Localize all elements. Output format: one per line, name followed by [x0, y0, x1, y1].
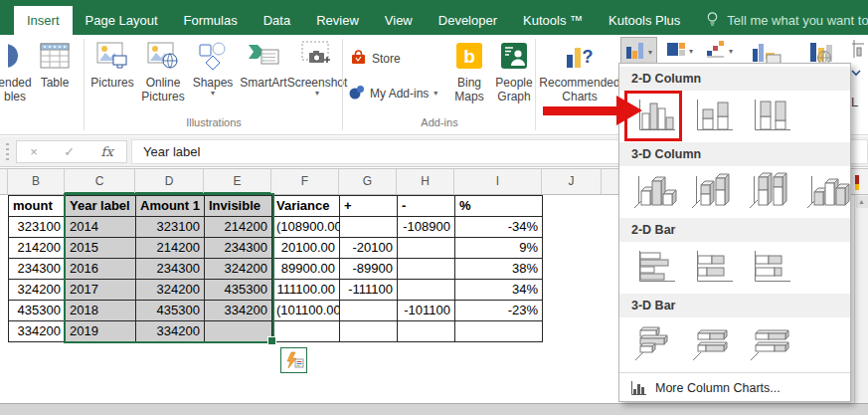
stacked-bar-gallery-item[interactable] [689, 248, 735, 288]
cell[interactable]: 2014 [66, 217, 136, 238]
column-letter-G[interactable]: G [339, 169, 397, 194]
enter-icon[interactable]: ✓ [64, 144, 75, 159]
column-letter-E[interactable]: E [204, 169, 271, 194]
quick-analysis-button[interactable] [280, 347, 307, 373]
cell[interactable]: 324200 [205, 259, 272, 280]
tab-view[interactable]: View [372, 6, 426, 35]
cell[interactable]: 334200 [136, 321, 205, 342]
cell[interactable]: -101100 [398, 301, 455, 321]
smartart-button[interactable]: SmartArt [235, 38, 292, 90]
cell[interactable]: Variance [272, 196, 340, 217]
cell[interactable]: 324200 [136, 280, 205, 301]
cell[interactable]: + [340, 196, 398, 217]
cell[interactable] [455, 321, 543, 342]
3d-clustered-column-gallery-item[interactable] [631, 172, 677, 212]
insert-hierarchy-chart-button[interactable]: ▾ [662, 37, 697, 66]
column-letter-I[interactable]: I [454, 169, 542, 194]
insert-function-icon[interactable]: fx [101, 144, 113, 159]
cell[interactable]: 214200 [9, 238, 66, 259]
online-pictures-button[interactable]: Online Pictures [137, 38, 189, 104]
table-button[interactable]: Table [30, 38, 80, 90]
cell[interactable]: 34% [455, 280, 543, 301]
cell[interactable]: -20100 [340, 238, 398, 259]
cell[interactable]: (101100.00) [272, 301, 340, 321]
cell[interactable]: Invisible [205, 196, 272, 217]
tell-me-box[interactable]: Tell me what you want to do... [705, 6, 868, 35]
tab-kutools[interactable]: Kutools ™ [510, 6, 596, 35]
cell[interactable]: mount [9, 196, 66, 217]
cell[interactable]: 214200 [136, 238, 205, 259]
cell[interactable]: 2016 [66, 259, 136, 280]
tab-kutools-plus[interactable]: Kutools Plus [596, 6, 693, 35]
cell[interactable]: -108900 [398, 217, 455, 238]
more-column-charts-item[interactable]: More Column Charts... [619, 372, 850, 403]
tab-developer[interactable]: Developer [426, 6, 510, 35]
column-letter-H[interactable]: H [397, 169, 454, 194]
cell[interactable] [398, 321, 455, 342]
cell[interactable]: -111100 [340, 280, 398, 301]
3d-stacked-bar-gallery-item[interactable] [689, 323, 735, 363]
formula-bar-handle[interactable] [6, 143, 9, 160]
column-letter-D[interactable]: D [135, 169, 204, 194]
tab-insert[interactable]: Insert [14, 6, 73, 35]
cell[interactable] [340, 217, 398, 238]
cell[interactable]: 435300 [205, 280, 272, 301]
cell[interactable]: 324200 [9, 280, 66, 301]
cell[interactable]: 111100.00 [272, 280, 340, 301]
cell[interactable]: 2017 [66, 280, 136, 301]
3d-column-gallery-item[interactable] [804, 172, 850, 212]
3d-clustered-bar-gallery-item[interactable] [631, 323, 677, 363]
cell[interactable]: 2019 [66, 321, 136, 342]
cell[interactable]: 234300 [9, 259, 66, 280]
100pct-stacked-column-gallery-item[interactable] [747, 97, 792, 136]
cell[interactable]: 234300 [136, 259, 205, 280]
store-button[interactable]: Store [350, 49, 401, 69]
3d-100pct-stacked-bar-gallery-item[interactable] [747, 323, 792, 363]
cell[interactable]: -89900 [340, 259, 398, 280]
cell[interactable]: 435300 [9, 301, 66, 321]
cell[interactable]: 234300 [205, 238, 272, 259]
cell[interactable]: (108900.00) [272, 217, 340, 238]
cell[interactable]: Amount 1 [136, 196, 205, 217]
cell[interactable]: -23% [455, 301, 543, 321]
cell[interactable] [205, 321, 272, 342]
cell[interactable]: % [455, 196, 543, 217]
pictures-button[interactable]: Pictures [87, 38, 137, 90]
cell[interactable] [272, 321, 340, 342]
column-letter-C[interactable]: C [65, 169, 135, 194]
cell[interactable]: 435300 [136, 301, 205, 321]
cell[interactable]: -34% [455, 217, 543, 238]
cell[interactable]: 20100.00 [272, 238, 340, 259]
cell[interactable]: 9% [455, 238, 543, 259]
cell[interactable]: 2015 [66, 238, 136, 259]
cell[interactable]: Year label [66, 196, 136, 217]
cell[interactable] [398, 280, 455, 301]
recommended-charts-button[interactable]: ? Recommended Charts [537, 38, 622, 104]
cell[interactable] [340, 301, 398, 321]
tab-formulas[interactable]: Formulas [171, 6, 251, 35]
100pct-stacked-bar-gallery-item[interactable] [747, 248, 792, 288]
cell[interactable]: 89900.00 [272, 259, 340, 280]
vertical-scrollbar[interactable]: ▲ [854, 195, 868, 403]
tab-review[interactable]: Review [303, 6, 372, 35]
column-letter-B[interactable]: B [8, 169, 65, 194]
recommended-pivottables-button-partial[interactable]: ended bles [0, 38, 30, 104]
cell[interactable]: 2018 [66, 301, 136, 321]
horizontal-scrollbar-area[interactable] [0, 403, 868, 415]
stacked-column-gallery-item[interactable] [689, 97, 735, 136]
bing-maps-button[interactable]: b Bing Maps [447, 38, 491, 104]
shapes-button[interactable]: Shapes ▾ [189, 38, 237, 98]
my-addins-button[interactable]: My Add-ins ▾ [348, 84, 437, 104]
cell[interactable]: 334200 [9, 321, 66, 342]
cell[interactable] [398, 259, 455, 280]
cancel-icon[interactable]: × [30, 144, 38, 159]
cell[interactable]: 334200 [205, 301, 272, 321]
cell[interactable] [340, 321, 398, 342]
cell[interactable]: 323100 [136, 217, 205, 238]
scroll-up-icon[interactable]: ▲ [856, 196, 868, 208]
cell[interactable]: - [398, 196, 455, 217]
cell[interactable]: 323100 [9, 217, 66, 238]
3d-100pct-stacked-column-gallery-item[interactable] [747, 172, 792, 212]
screenshot-button[interactable]: Screenshot ▾ [288, 38, 346, 98]
tab-page-layout[interactable]: Page Layout [73, 6, 171, 35]
